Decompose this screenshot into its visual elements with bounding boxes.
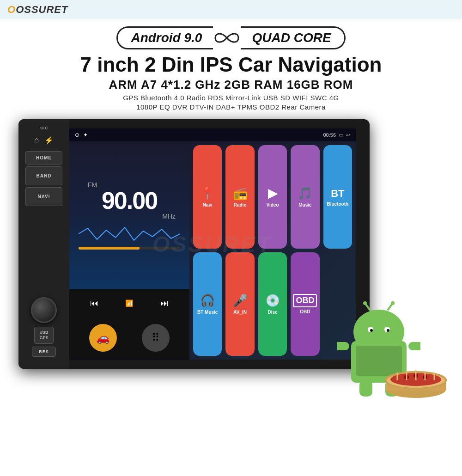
app-navi[interactable]: 📍 Navi xyxy=(193,145,222,249)
svg-rect-12 xyxy=(359,380,372,397)
band-button[interactable]: BAND xyxy=(25,166,62,185)
status-icons-right: 00:56 ▭ ↩ xyxy=(323,132,350,138)
android-badge: Android 9.0 xyxy=(116,26,213,49)
navi-button[interactable]: NAVI xyxy=(25,187,62,206)
frequency-display: 90.00 xyxy=(102,189,157,213)
main-title: 7 inch 2 Din IPS Car Navigation xyxy=(14,54,448,76)
features-line-1: GPS Bluetooth 4.0 Radio RDS Mirror-Link … xyxy=(14,94,448,102)
pie-image xyxy=(383,346,448,401)
app-video[interactable]: ▶ Video xyxy=(258,145,287,249)
back-icon[interactable]: ↩ xyxy=(346,132,350,138)
header-bar: OOSSURET xyxy=(0,0,462,19)
seek-bar[interactable] xyxy=(79,247,180,250)
left-panel: MIC ⌂ ⚡ HOME BAND NAVI USBGPS RES xyxy=(18,119,69,369)
radio-label: Radio xyxy=(234,202,247,207)
disc-label: Disc xyxy=(267,310,277,315)
clock: 00:56 xyxy=(323,132,336,138)
seek-bar-fill xyxy=(79,247,140,250)
svg-point-4 xyxy=(370,329,373,332)
app-bt-music[interactable]: 🎧 BT Music xyxy=(193,252,222,356)
app-radio[interactable]: 📻 Radio xyxy=(225,145,254,249)
app-grid: 📍 Navi 📻 Radio ▶ Video 🎵 xyxy=(189,141,356,360)
app-obd[interactable]: OBD OBD xyxy=(291,252,319,356)
bluetooth-status-icon: ✦ xyxy=(83,132,88,138)
app-row-1: 📍 Navi 📻 Radio ▶ Video 🎵 xyxy=(193,145,352,249)
svg-point-5 xyxy=(387,329,389,332)
badge-row: Android 9.0 QUAD CORE xyxy=(14,24,448,52)
disc-icon: 💿 xyxy=(265,293,280,308)
av-in-icon: 🎤 xyxy=(233,293,248,308)
radio-icon: 📻 xyxy=(233,186,248,201)
status-bar: ⊙ ✦ 00:56 ▭ ↩ xyxy=(69,128,356,141)
music-label: Music xyxy=(298,202,311,207)
car-symbol: 🚗 xyxy=(96,331,110,344)
app-av-in[interactable]: 🎤 AV_IN xyxy=(225,252,254,356)
next-button[interactable]: ⏭ xyxy=(160,299,169,308)
bt-music-icon: 🎧 xyxy=(200,293,215,308)
usb-icon: ⚡ xyxy=(44,136,54,145)
status-icons-left: ⊙ ✦ xyxy=(75,132,88,138)
app-disc[interactable]: 💿 Disc xyxy=(258,252,287,356)
app-music[interactable]: 🎵 Music xyxy=(291,145,319,249)
obd-label: OBD xyxy=(300,309,310,314)
quad-core-badge: QUAD CORE xyxy=(241,26,345,49)
obd-icon: OBD xyxy=(293,294,317,307)
music-icon: 🎵 xyxy=(298,186,312,201)
pie-svg xyxy=(383,346,448,401)
car-icon[interactable]: 🚗 xyxy=(89,324,117,352)
screen: ⊙ ✦ 00:56 ▭ ↩ FM 90.00 MHz xyxy=(69,128,356,360)
grid-icon[interactable]: ⠿ xyxy=(142,324,170,352)
location-icon: ⊙ xyxy=(75,132,79,138)
specs-line: ARM A7 4*1.2 GHz 2GB RAM 16GB ROM xyxy=(14,78,448,92)
res-button[interactable]: RES xyxy=(32,347,56,357)
video-label: Video xyxy=(266,202,279,207)
bluetooth-label: Bluetooth xyxy=(327,201,349,207)
frequency-value: 90.00 xyxy=(102,189,157,213)
navi-icon: 📍 xyxy=(200,186,215,201)
app-row-2: 🎧 BT Music 🎤 AV_IN 💿 Disc OBD xyxy=(193,252,352,356)
home-button[interactable]: HOME xyxy=(25,151,62,165)
mic-label: MIC xyxy=(39,126,49,130)
controls-bar: ⏮ 📶 ⏭ xyxy=(69,289,189,317)
volume-knob[interactable] xyxy=(31,297,57,323)
infinity-icon xyxy=(213,24,241,52)
usb-gps-button[interactable]: USBGPS xyxy=(34,327,53,344)
av-in-label: AV_IN xyxy=(233,310,247,315)
svg-point-8 xyxy=(363,301,367,305)
home-icon: ⌂ xyxy=(34,136,39,145)
button-group: HOME BAND NAVI xyxy=(25,151,62,206)
main-content: Android 9.0 QUAD CORE 7 inch 2 Din IPS C… xyxy=(0,19,462,401)
mhz-label: MHz xyxy=(162,213,176,220)
features-line-2: 1080P EQ DVR DTV-IN DAB+ TPMS OBD2 Rear … xyxy=(14,103,448,111)
radio-display: FM 90.00 MHz xyxy=(69,141,189,289)
bottom-icons-row: 🚗 ⠿ xyxy=(69,317,189,359)
bt-music-label: BT Music xyxy=(197,310,218,315)
navi-label: Navi xyxy=(203,202,213,207)
stereo-unit: MIC ⌂ ⚡ HOME BAND NAVI USBGPS RES xyxy=(18,119,370,369)
battery-icon: ▭ xyxy=(339,132,343,138)
knob-area: USBGPS RES xyxy=(25,297,62,364)
brand-logo: OOSSURET xyxy=(7,4,68,16)
svg-point-9 xyxy=(391,301,395,305)
prev-button[interactable]: ⏮ xyxy=(90,299,98,308)
app-bluetooth[interactable]: BT Bluetooth xyxy=(323,145,352,249)
grid-symbol: ⠿ xyxy=(152,331,160,344)
waveform-display xyxy=(79,225,180,243)
svg-rect-10 xyxy=(337,342,349,350)
bluetooth-icon: BT xyxy=(331,188,344,200)
video-icon: ▶ xyxy=(268,186,277,201)
wifi-icon: 📶 xyxy=(125,299,133,307)
fm-label: FM xyxy=(88,181,97,189)
device-area: MIC ⌂ ⚡ HOME BAND NAVI USBGPS RES xyxy=(14,115,448,401)
